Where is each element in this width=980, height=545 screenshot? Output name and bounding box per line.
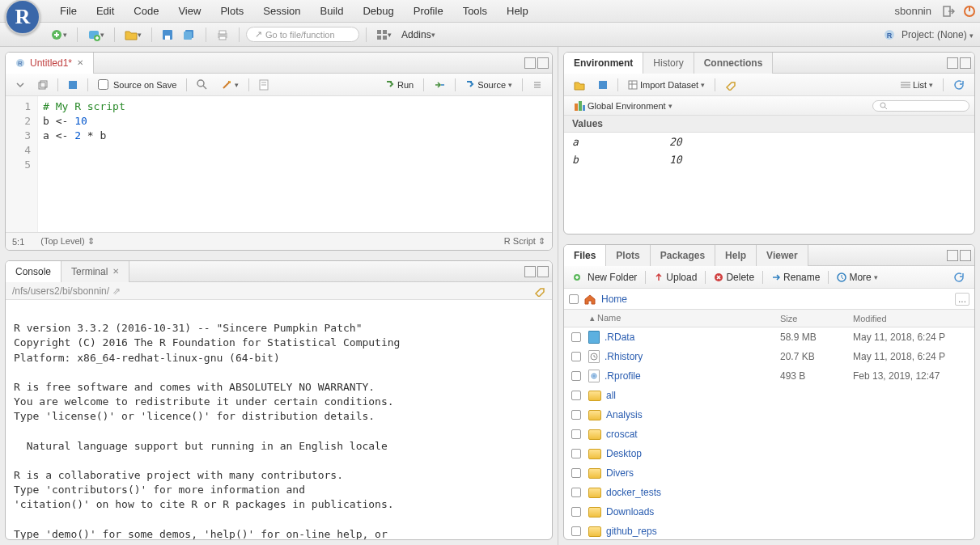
file-name-link[interactable]: all: [588, 390, 780, 401]
clear-workspace-icon[interactable]: [720, 78, 741, 92]
breadcrumb-home[interactable]: Home: [601, 294, 627, 305]
menu-profile[interactable]: Profile: [404, 5, 453, 17]
save-file-icon[interactable]: [63, 78, 83, 91]
minimize-env-icon[interactable]: [947, 57, 958, 69]
minimize-console-icon[interactable]: [524, 266, 536, 277]
show-in-new-window-icon[interactable]: [33, 78, 53, 91]
menu-plots[interactable]: Plots: [210, 5, 253, 17]
plots-tab[interactable]: Plots: [606, 245, 650, 266]
console-output[interactable]: R version 3.3.2 (2016-10-31) -- "Sincere…: [6, 300, 552, 539]
menu-file[interactable]: File: [50, 5, 87, 17]
rerun-button[interactable]: [429, 78, 450, 91]
connections-tab[interactable]: Connections: [694, 53, 774, 74]
menu-edit[interactable]: Edit: [87, 5, 124, 17]
import-dataset-button[interactable]: Import Dataset ▾: [623, 78, 710, 91]
file-name-link[interactable]: Analysis: [588, 409, 780, 420]
file-name-link[interactable]: github_reps: [588, 526, 780, 537]
delete-button[interactable]: Delete: [709, 270, 759, 285]
goto-dir-icon[interactable]: ...: [955, 293, 969, 306]
file-name-link[interactable]: croscat: [588, 429, 780, 440]
file-name-link[interactable]: Downloads: [588, 506, 780, 518]
print-button[interactable]: [213, 27, 232, 42]
compile-report-icon[interactable]: [254, 78, 274, 92]
env-scope-selector[interactable]: Global Environment ▾: [569, 99, 677, 113]
menu-build[interactable]: Build: [311, 5, 354, 17]
save-workspace-icon[interactable]: [593, 78, 613, 91]
menu-code[interactable]: Code: [124, 5, 168, 17]
env-search-input[interactable]: [872, 100, 969, 112]
minimize-pane-icon[interactable]: [524, 57, 536, 69]
file-checkbox[interactable]: [571, 449, 581, 458]
workspace-panes-button[interactable]: ▾: [373, 27, 395, 42]
load-workspace-icon[interactable]: [569, 78, 590, 92]
refresh-files-icon[interactable]: [948, 270, 969, 285]
help-tab[interactable]: Help: [715, 245, 757, 266]
file-checkbox[interactable]: [571, 526, 581, 536]
open-file-button[interactable]: ▾: [121, 27, 145, 42]
addins-dropdown[interactable]: Addins ▾: [398, 27, 439, 42]
sign-out-icon[interactable]: [941, 4, 956, 19]
maximize-files-icon[interactable]: [960, 250, 971, 261]
code-tools-icon[interactable]: ▾: [216, 78, 244, 92]
new-folder-button[interactable]: New Folder: [569, 270, 642, 285]
col-modified[interactable]: Modified: [853, 314, 974, 323]
find-icon[interactable]: [192, 78, 213, 92]
source-button[interactable]: Source ▾: [460, 78, 517, 91]
show-source-nav-icon[interactable]: [11, 78, 30, 91]
file-name-link[interactable]: .Rprofile: [588, 370, 780, 382]
file-name-link[interactable]: docker_tests: [588, 487, 780, 498]
menu-debug[interactable]: Debug: [353, 5, 403, 17]
file-type-selector[interactable]: R Script ⇕: [504, 236, 545, 247]
file-name-link[interactable]: Desktop: [588, 448, 780, 459]
menu-help[interactable]: Help: [497, 5, 538, 17]
home-icon[interactable]: [583, 293, 596, 306]
file-checkbox[interactable]: [571, 429, 581, 439]
close-terminal-icon[interactable]: ✕: [112, 267, 119, 276]
packages-tab[interactable]: Packages: [651, 245, 715, 266]
run-button[interactable]: Run: [380, 78, 418, 91]
source-on-save-checkbox[interactable]: Source on Save: [93, 78, 181, 91]
new-project-button[interactable]: ▾: [84, 27, 108, 43]
list-view-button[interactable]: List ▾: [896, 78, 938, 91]
rename-button[interactable]: Rename: [766, 270, 825, 285]
terminal-tab[interactable]: Terminal ✕: [62, 261, 129, 282]
refresh-env-icon[interactable]: [948, 78, 969, 92]
save-button[interactable]: [159, 27, 176, 42]
minimize-files-icon[interactable]: [947, 250, 958, 261]
col-size[interactable]: Size: [780, 314, 853, 323]
maximize-env-icon[interactable]: [960, 57, 971, 69]
clear-console-icon[interactable]: [534, 285, 545, 297]
file-name-link[interactable]: .Rhistory: [588, 350, 780, 363]
file-checkbox[interactable]: [571, 507, 581, 517]
env-row[interactable]: b10: [564, 150, 974, 168]
file-checkbox[interactable]: [571, 468, 581, 478]
new-file-button[interactable]: ▾: [47, 27, 70, 43]
maximize-console-icon[interactable]: [537, 266, 549, 277]
power-icon[interactable]: [962, 4, 977, 19]
close-tab-icon[interactable]: ✕: [77, 58, 83, 67]
env-row[interactable]: a20: [564, 133, 974, 150]
select-all-checkbox[interactable]: [569, 294, 579, 304]
scope-selector[interactable]: (Top Level) ⇕: [40, 236, 94, 247]
code-editor[interactable]: 12345 # My R scriptb <- 10a <- 2 * b: [6, 96, 552, 232]
menu-tools[interactable]: Tools: [453, 5, 497, 17]
console-tab[interactable]: Console: [6, 261, 62, 282]
upload-button[interactable]: Upload: [649, 270, 702, 285]
more-button[interactable]: More ▾: [832, 270, 882, 285]
col-name[interactable]: ▴ Name: [588, 313, 780, 323]
file-checkbox[interactable]: [571, 371, 581, 381]
save-all-button[interactable]: [180, 27, 199, 42]
outline-icon[interactable]: [528, 78, 547, 91]
file-name-link[interactable]: .RData: [588, 331, 780, 344]
project-selector[interactable]: Project: (None) ▾: [902, 29, 974, 40]
file-name-link[interactable]: Divers: [588, 467, 780, 479]
file-checkbox[interactable]: [571, 391, 581, 400]
file-checkbox[interactable]: [571, 352, 581, 361]
file-checkbox[interactable]: [571, 488, 581, 497]
menu-view[interactable]: View: [168, 5, 210, 17]
menu-session[interactable]: Session: [253, 5, 310, 17]
file-checkbox[interactable]: [571, 332, 581, 342]
goto-file-input[interactable]: ↗Go to file/function: [246, 27, 359, 42]
viewer-tab[interactable]: Viewer: [757, 245, 808, 266]
files-tab[interactable]: Files: [564, 245, 606, 266]
